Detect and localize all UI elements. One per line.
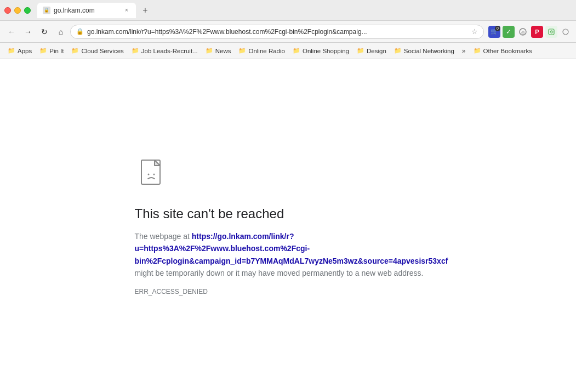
folder-icon: 📁 xyxy=(293,47,300,54)
error-body-suffix: might be temporarily down or it may have… xyxy=(135,269,424,277)
bookmark-label: Job Leads-Recruit... xyxy=(141,48,198,54)
extension-icon-pinterest[interactable]: P xyxy=(531,26,543,38)
bookmark-apps[interactable]: 📁 Apps xyxy=(4,46,35,56)
bookmark-news[interactable]: 📁 News xyxy=(202,46,235,56)
bookmark-label: Pin It xyxy=(49,48,64,54)
folder-icon: 📁 xyxy=(132,47,139,54)
reload-button[interactable]: ↻ xyxy=(37,25,52,39)
close-window-button[interactable] xyxy=(4,7,11,14)
bookmark-cloud-services[interactable]: 📁 Cloud Services xyxy=(68,46,127,56)
navbar: ← → ↻ ⌂ 🔒 go.lnkam.com/link/r?u=https%3A… xyxy=(0,21,576,43)
bookmark-star-icon[interactable]: ☆ xyxy=(471,27,478,36)
svg-point-4 xyxy=(563,29,568,35)
folder-icon: 📁 xyxy=(8,47,15,54)
error-title: This site can't be reached xyxy=(135,206,442,221)
error-body-prefix: The webpage at xyxy=(135,232,192,241)
extension-icon-3[interactable]: ◎ xyxy=(517,26,529,38)
svg-point-8 xyxy=(147,173,149,175)
other-bookmarks-label: Other Bookmarks xyxy=(483,48,532,54)
new-tab-button[interactable]: + xyxy=(138,3,152,18)
lock-icon: 🔒 xyxy=(76,28,84,35)
forward-button[interactable]: → xyxy=(21,25,35,39)
bookmark-label: Online Shopping xyxy=(303,48,349,54)
bookmark-job-leads[interactable]: 📁 Job Leads-Recruit... xyxy=(128,46,201,56)
folder-icon: 📁 xyxy=(394,47,402,54)
other-bookmarks[interactable]: 📁 Other Bookmarks xyxy=(470,46,535,56)
bookmark-design[interactable]: 📁 Design xyxy=(353,46,390,56)
folder-icon: 📁 xyxy=(238,47,246,54)
more-bookmarks-button[interactable]: » xyxy=(459,46,469,56)
active-tab[interactable]: 🔒 go.lnkam.com × xyxy=(37,3,136,18)
maximize-window-button[interactable] xyxy=(24,7,31,14)
tab-bar: 🔒 go.lnkam.com × + xyxy=(37,3,572,18)
titlebar: 🔒 go.lnkam.com × + xyxy=(0,0,576,21)
error-container: This site can't be reached The webpage a… xyxy=(124,145,453,307)
minimize-window-button[interactable] xyxy=(14,7,21,14)
bookmark-label: News xyxy=(215,48,231,54)
folder-icon: 📁 xyxy=(357,47,364,54)
tab-close-button[interactable]: × xyxy=(123,7,130,14)
extension-icon-5[interactable]: ⚙ xyxy=(545,26,557,38)
error-code: ERR_ACCESS_DENIED xyxy=(135,288,442,296)
main-content: This site can't be reached The webpage a… xyxy=(0,59,576,392)
bookmarks-bar: 📁 Apps 📁 Pin It 📁 Cloud Services 📁 Job L… xyxy=(0,43,576,59)
bookmark-label: Online Radio xyxy=(248,48,284,54)
bookmark-label: Cloud Services xyxy=(81,48,123,54)
home-button[interactable]: ⌂ xyxy=(54,25,68,39)
bookmark-label: Design xyxy=(367,48,386,54)
error-body: The webpage at https://go.lnkam.com/link… xyxy=(135,230,442,280)
bookmark-label: Apps xyxy=(18,48,32,54)
error-icon-wrapper xyxy=(135,156,442,193)
tab-favicon: 🔒 xyxy=(43,7,50,14)
tab-title: go.lnkam.com xyxy=(54,7,119,14)
svg-point-9 xyxy=(153,173,155,175)
back-button[interactable]: ← xyxy=(4,25,19,39)
bookmark-label: Social Networking xyxy=(404,48,454,54)
traffic-lights xyxy=(4,7,31,14)
folder-icon: 📁 xyxy=(474,47,481,54)
bookmark-social-networking[interactable]: 📁 Social Networking xyxy=(391,46,458,56)
folder-icon: 📁 xyxy=(39,47,47,54)
bookmark-pinit[interactable]: 📁 Pin It xyxy=(36,46,67,56)
bookmark-online-radio[interactable]: 📁 Online Radio xyxy=(235,46,288,56)
bookmark-online-shopping[interactable]: 📁 Online Shopping xyxy=(289,46,352,56)
extension-icon-6[interactable] xyxy=(560,26,572,38)
extension-icon-2[interactable]: ✓ xyxy=(503,26,515,38)
folder-icon: 📁 xyxy=(71,47,79,54)
svg-text:⚙: ⚙ xyxy=(550,30,554,35)
svg-text:◎: ◎ xyxy=(521,30,525,35)
address-bar[interactable]: 🔒 go.lnkam.com/link/r?u=https%3A%2F%2Fww… xyxy=(70,25,484,39)
extension-icon-1[interactable]: 🛒 0 xyxy=(488,26,500,38)
folder-icon: 📁 xyxy=(206,47,213,54)
error-icon xyxy=(135,156,170,191)
extension-icons: 🛒 0 ✓ ◎ P ⚙ xyxy=(488,26,572,38)
address-text: go.lnkam.com/link/r?u=https%3A%2F%2Fwww.… xyxy=(87,28,468,36)
